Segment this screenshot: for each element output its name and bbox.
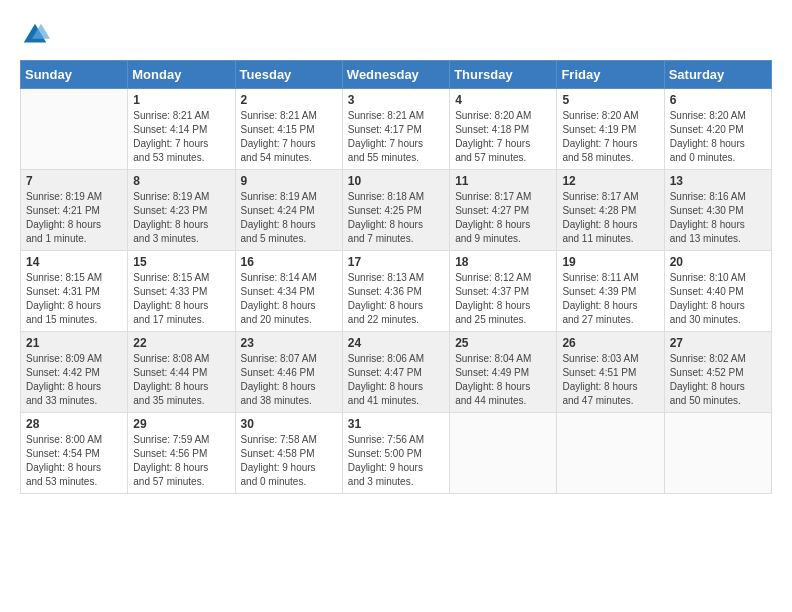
day-number: 18 — [455, 255, 551, 269]
day-number: 17 — [348, 255, 444, 269]
calendar-cell: 9Sunrise: 8:19 AMSunset: 4:24 PMDaylight… — [235, 170, 342, 251]
calendar-cell — [557, 413, 664, 494]
day-info: Sunrise: 8:20 AMSunset: 4:19 PMDaylight:… — [562, 109, 658, 165]
weekday-header: Sunday — [21, 61, 128, 89]
calendar-cell: 7Sunrise: 8:19 AMSunset: 4:21 PMDaylight… — [21, 170, 128, 251]
day-number: 26 — [562, 336, 658, 350]
day-number: 19 — [562, 255, 658, 269]
weekday-header-row: SundayMondayTuesdayWednesdayThursdayFrid… — [21, 61, 772, 89]
weekday-header: Tuesday — [235, 61, 342, 89]
calendar-cell: 17Sunrise: 8:13 AMSunset: 4:36 PMDayligh… — [342, 251, 449, 332]
calendar-cell: 16Sunrise: 8:14 AMSunset: 4:34 PMDayligh… — [235, 251, 342, 332]
logo — [20, 20, 54, 50]
day-number: 5 — [562, 93, 658, 107]
weekday-header: Saturday — [664, 61, 771, 89]
day-info: Sunrise: 8:11 AMSunset: 4:39 PMDaylight:… — [562, 271, 658, 327]
day-number: 10 — [348, 174, 444, 188]
calendar-table: SundayMondayTuesdayWednesdayThursdayFrid… — [20, 60, 772, 494]
day-info: Sunrise: 8:00 AMSunset: 4:54 PMDaylight:… — [26, 433, 122, 489]
calendar-cell: 10Sunrise: 8:18 AMSunset: 4:25 PMDayligh… — [342, 170, 449, 251]
weekday-header: Friday — [557, 61, 664, 89]
day-info: Sunrise: 7:56 AMSunset: 5:00 PMDaylight:… — [348, 433, 444, 489]
day-number: 22 — [133, 336, 229, 350]
day-number: 14 — [26, 255, 122, 269]
calendar-cell — [664, 413, 771, 494]
calendar-cell: 8Sunrise: 8:19 AMSunset: 4:23 PMDaylight… — [128, 170, 235, 251]
calendar-cell: 3Sunrise: 8:21 AMSunset: 4:17 PMDaylight… — [342, 89, 449, 170]
weekday-header: Wednesday — [342, 61, 449, 89]
calendar-cell: 22Sunrise: 8:08 AMSunset: 4:44 PMDayligh… — [128, 332, 235, 413]
day-info: Sunrise: 8:09 AMSunset: 4:42 PMDaylight:… — [26, 352, 122, 408]
day-info: Sunrise: 8:20 AMSunset: 4:20 PMDaylight:… — [670, 109, 766, 165]
day-info: Sunrise: 8:14 AMSunset: 4:34 PMDaylight:… — [241, 271, 337, 327]
day-info: Sunrise: 8:12 AMSunset: 4:37 PMDaylight:… — [455, 271, 551, 327]
calendar-week-row: 21Sunrise: 8:09 AMSunset: 4:42 PMDayligh… — [21, 332, 772, 413]
calendar-cell: 14Sunrise: 8:15 AMSunset: 4:31 PMDayligh… — [21, 251, 128, 332]
calendar-cell: 15Sunrise: 8:15 AMSunset: 4:33 PMDayligh… — [128, 251, 235, 332]
calendar-cell: 13Sunrise: 8:16 AMSunset: 4:30 PMDayligh… — [664, 170, 771, 251]
day-number: 20 — [670, 255, 766, 269]
day-info: Sunrise: 8:04 AMSunset: 4:49 PMDaylight:… — [455, 352, 551, 408]
calendar-week-row: 7Sunrise: 8:19 AMSunset: 4:21 PMDaylight… — [21, 170, 772, 251]
calendar-body: 1Sunrise: 8:21 AMSunset: 4:14 PMDaylight… — [21, 89, 772, 494]
weekday-header: Thursday — [450, 61, 557, 89]
day-number: 16 — [241, 255, 337, 269]
day-info: Sunrise: 8:03 AMSunset: 4:51 PMDaylight:… — [562, 352, 658, 408]
calendar-cell: 26Sunrise: 8:03 AMSunset: 4:51 PMDayligh… — [557, 332, 664, 413]
day-info: Sunrise: 8:15 AMSunset: 4:31 PMDaylight:… — [26, 271, 122, 327]
day-info: Sunrise: 8:10 AMSunset: 4:40 PMDaylight:… — [670, 271, 766, 327]
day-info: Sunrise: 8:02 AMSunset: 4:52 PMDaylight:… — [670, 352, 766, 408]
day-number: 3 — [348, 93, 444, 107]
day-number: 24 — [348, 336, 444, 350]
day-info: Sunrise: 8:19 AMSunset: 4:23 PMDaylight:… — [133, 190, 229, 246]
calendar-cell: 5Sunrise: 8:20 AMSunset: 4:19 PMDaylight… — [557, 89, 664, 170]
day-info: Sunrise: 8:07 AMSunset: 4:46 PMDaylight:… — [241, 352, 337, 408]
calendar-cell: 27Sunrise: 8:02 AMSunset: 4:52 PMDayligh… — [664, 332, 771, 413]
day-info: Sunrise: 7:59 AMSunset: 4:56 PMDaylight:… — [133, 433, 229, 489]
calendar-cell: 25Sunrise: 8:04 AMSunset: 4:49 PMDayligh… — [450, 332, 557, 413]
calendar-cell — [450, 413, 557, 494]
calendar-cell: 30Sunrise: 7:58 AMSunset: 4:58 PMDayligh… — [235, 413, 342, 494]
day-info: Sunrise: 8:17 AMSunset: 4:27 PMDaylight:… — [455, 190, 551, 246]
day-number: 12 — [562, 174, 658, 188]
calendar-cell: 28Sunrise: 8:00 AMSunset: 4:54 PMDayligh… — [21, 413, 128, 494]
day-info: Sunrise: 7:58 AMSunset: 4:58 PMDaylight:… — [241, 433, 337, 489]
day-info: Sunrise: 8:19 AMSunset: 4:24 PMDaylight:… — [241, 190, 337, 246]
day-number: 13 — [670, 174, 766, 188]
day-number: 28 — [26, 417, 122, 431]
day-info: Sunrise: 8:18 AMSunset: 4:25 PMDaylight:… — [348, 190, 444, 246]
day-info: Sunrise: 8:13 AMSunset: 4:36 PMDaylight:… — [348, 271, 444, 327]
calendar-header: SundayMondayTuesdayWednesdayThursdayFrid… — [21, 61, 772, 89]
day-info: Sunrise: 8:20 AMSunset: 4:18 PMDaylight:… — [455, 109, 551, 165]
calendar-cell: 4Sunrise: 8:20 AMSunset: 4:18 PMDaylight… — [450, 89, 557, 170]
day-info: Sunrise: 8:08 AMSunset: 4:44 PMDaylight:… — [133, 352, 229, 408]
calendar-cell: 18Sunrise: 8:12 AMSunset: 4:37 PMDayligh… — [450, 251, 557, 332]
calendar-week-row: 14Sunrise: 8:15 AMSunset: 4:31 PMDayligh… — [21, 251, 772, 332]
day-number: 23 — [241, 336, 337, 350]
calendar-cell: 1Sunrise: 8:21 AMSunset: 4:14 PMDaylight… — [128, 89, 235, 170]
day-number: 8 — [133, 174, 229, 188]
calendar-week-row: 28Sunrise: 8:00 AMSunset: 4:54 PMDayligh… — [21, 413, 772, 494]
day-info: Sunrise: 8:17 AMSunset: 4:28 PMDaylight:… — [562, 190, 658, 246]
day-number: 7 — [26, 174, 122, 188]
calendar-cell: 24Sunrise: 8:06 AMSunset: 4:47 PMDayligh… — [342, 332, 449, 413]
calendar-cell: 20Sunrise: 8:10 AMSunset: 4:40 PMDayligh… — [664, 251, 771, 332]
day-number: 4 — [455, 93, 551, 107]
day-info: Sunrise: 8:16 AMSunset: 4:30 PMDaylight:… — [670, 190, 766, 246]
day-info: Sunrise: 8:15 AMSunset: 4:33 PMDaylight:… — [133, 271, 229, 327]
day-info: Sunrise: 8:21 AMSunset: 4:17 PMDaylight:… — [348, 109, 444, 165]
day-number: 15 — [133, 255, 229, 269]
day-number: 29 — [133, 417, 229, 431]
day-number: 2 — [241, 93, 337, 107]
calendar-cell: 6Sunrise: 8:20 AMSunset: 4:20 PMDaylight… — [664, 89, 771, 170]
calendar-cell: 11Sunrise: 8:17 AMSunset: 4:27 PMDayligh… — [450, 170, 557, 251]
day-info: Sunrise: 8:06 AMSunset: 4:47 PMDaylight:… — [348, 352, 444, 408]
day-number: 9 — [241, 174, 337, 188]
day-info: Sunrise: 8:21 AMSunset: 4:15 PMDaylight:… — [241, 109, 337, 165]
day-info: Sunrise: 8:21 AMSunset: 4:14 PMDaylight:… — [133, 109, 229, 165]
calendar-week-row: 1Sunrise: 8:21 AMSunset: 4:14 PMDaylight… — [21, 89, 772, 170]
calendar-cell: 12Sunrise: 8:17 AMSunset: 4:28 PMDayligh… — [557, 170, 664, 251]
day-number: 1 — [133, 93, 229, 107]
day-number: 21 — [26, 336, 122, 350]
page-header — [20, 20, 772, 50]
